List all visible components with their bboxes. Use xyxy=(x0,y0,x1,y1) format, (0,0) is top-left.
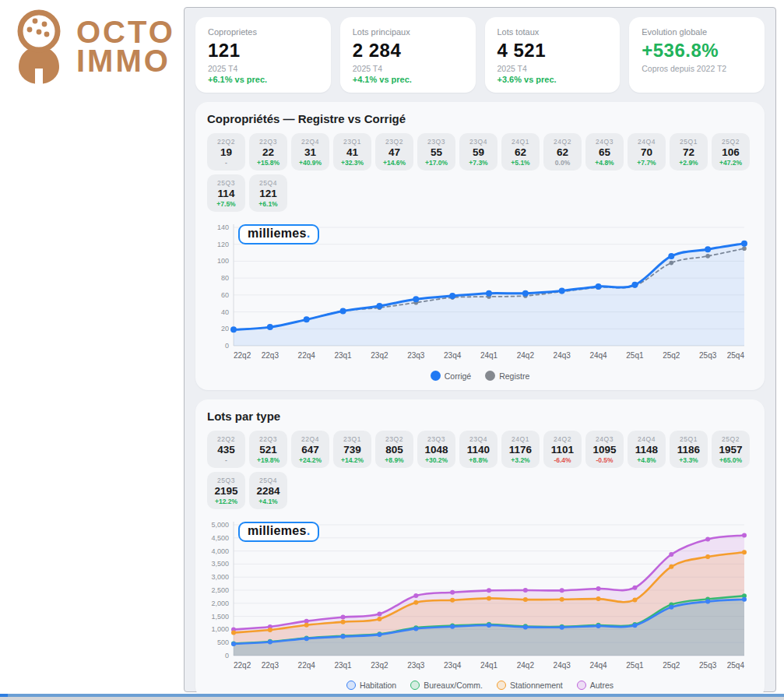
chip-quarter-label: 24Q2 xyxy=(543,435,582,443)
legend-item-corrig-[interactable]: Corrigé xyxy=(431,371,471,381)
scrollbar-thumb[interactable] xyxy=(0,694,8,697)
chip-quarter-label: 25Q2 xyxy=(712,435,750,443)
svg-text:24q4: 24q4 xyxy=(589,351,607,360)
svg-text:1,500: 1,500 xyxy=(211,613,229,621)
svg-text:23q4: 23q4 xyxy=(444,351,462,360)
chip-value: 106 xyxy=(712,146,750,158)
quarter-chip-23q2: 23Q2805+8.9% xyxy=(375,431,413,468)
lots-chart-legend: HabitationBureaux/Comm.StationnementAutr… xyxy=(207,681,753,690)
brand-logo: OCTO IMMO xyxy=(9,8,175,86)
svg-text:500: 500 xyxy=(217,638,229,646)
kpi-delta: +3.6% vs prec. xyxy=(497,75,608,84)
chip-value: 114 xyxy=(207,188,245,199)
legend-item-habitation[interactable]: Habitation xyxy=(346,681,396,690)
svg-text:24q1: 24q1 xyxy=(480,351,498,360)
chip-quarter-label: 22Q4 xyxy=(291,138,329,146)
chip-delta: +7.7% xyxy=(628,159,666,167)
chip-quarter-label: 22Q4 xyxy=(291,435,329,443)
svg-text:3,000: 3,000 xyxy=(211,573,229,581)
chip-delta: +4.1% xyxy=(249,498,287,505)
chip-delta: +14.2% xyxy=(333,456,371,464)
horizontal-scrollbar[interactable] xyxy=(0,694,784,697)
chip-quarter-label: 23Q1 xyxy=(333,435,371,443)
quarter-chip-24q2: 24Q2620.0% xyxy=(543,133,582,171)
svg-text:3,500: 3,500 xyxy=(211,560,229,568)
kpi-period: 2025 T4 xyxy=(353,64,463,73)
svg-text:4,000: 4,000 xyxy=(211,547,229,555)
quarter-chip-22q3: 22Q3521+19.8% xyxy=(249,431,287,468)
chip-value: 47 xyxy=(375,146,413,158)
kpi-label: Coproprietes xyxy=(208,27,318,37)
quarter-chip-25q2: 25Q2106+47.2% xyxy=(712,133,750,171)
legend-label: Autres xyxy=(590,681,613,690)
quarter-chip-23q2: 23Q247+14.6% xyxy=(375,133,413,171)
quarter-chip-23q4: 23Q41140+8.8% xyxy=(459,431,497,468)
chip-delta: +12.2% xyxy=(207,498,245,505)
window-bottom-edge xyxy=(0,697,784,700)
svg-text:25q1: 25q1 xyxy=(626,351,644,360)
svg-text:20: 20 xyxy=(221,325,229,332)
chip-value: 1176 xyxy=(501,444,540,456)
quarter-chip-23q3: 23Q31048+30.2% xyxy=(417,431,455,468)
kpi-card-evolution-globale: Evolution globale +536.8% Copros depuis … xyxy=(629,17,765,93)
panel-coproprietes: Copropriétés — Registre vs Corrigé 22Q21… xyxy=(195,102,765,390)
dashboard-container: Coproprietes 121 2025 T4 +6.1% vs prec. … xyxy=(184,7,776,692)
svg-text:5,000: 5,000 xyxy=(211,521,229,529)
chip-value: 1148 xyxy=(628,444,666,456)
chip-delta: +32.3% xyxy=(333,159,371,167)
chip-value: 19 xyxy=(207,146,245,158)
chip-delta: +14.6% xyxy=(375,159,413,167)
svg-text:25q1: 25q1 xyxy=(626,661,644,670)
chip-delta: - xyxy=(207,159,245,167)
chip-quarter-label: 23Q3 xyxy=(417,435,455,443)
legend-label: Stationnement xyxy=(510,681,563,690)
chip-quarter-label: 24Q4 xyxy=(628,138,666,146)
chip-quarter-label: 25Q3 xyxy=(207,179,245,187)
quarter-chip-24q1: 24Q11176+3.2% xyxy=(501,431,540,468)
quarter-chip-24q4: 24Q41148+4.8% xyxy=(628,431,666,468)
legend-item-autres[interactable]: Autres xyxy=(577,681,613,690)
quarter-chip-25q3: 25Q3114+7.5% xyxy=(207,174,245,212)
quarter-chip-25q3: 25Q32195+12.2% xyxy=(207,472,245,509)
svg-text:40: 40 xyxy=(221,308,229,316)
quarter-chip-25q4: 25Q4121+6.1% xyxy=(249,174,287,212)
svg-text:25q3: 25q3 xyxy=(699,351,717,360)
legend-item-stationnement[interactable]: Stationnement xyxy=(497,681,563,690)
chip-delta: +19.8% xyxy=(249,456,287,464)
svg-text:25q4: 25q4 xyxy=(727,351,745,360)
quarter-chip-23q4: 23Q459+7.3% xyxy=(459,133,497,171)
quarter-chip-23q1: 23Q1739+14.2% xyxy=(333,431,371,468)
svg-text:0: 0 xyxy=(225,652,229,660)
chip-quarter-label: 22Q2 xyxy=(207,435,245,443)
legend-marker xyxy=(431,371,441,381)
chip-quarter-label: 23Q4 xyxy=(459,435,497,443)
kpi-delta: +6.1% vs prec. xyxy=(208,75,318,84)
chip-value: 22 xyxy=(249,146,287,158)
svg-text:25q4: 25q4 xyxy=(727,661,745,670)
chip-value: 62 xyxy=(543,146,582,158)
chip-value: 72 xyxy=(670,146,708,158)
legend-item-registre[interactable]: Registre xyxy=(485,371,529,381)
svg-text:23q3: 23q3 xyxy=(407,351,425,360)
chip-value: 62 xyxy=(501,146,540,158)
svg-text:22q3: 22q3 xyxy=(262,351,279,360)
chip-quarter-label: 25Q4 xyxy=(249,477,287,484)
chip-value: 2195 xyxy=(207,485,245,497)
chip-quarter-label: 23Q3 xyxy=(417,138,455,146)
panel-lots-title: Lots par type xyxy=(207,410,753,423)
svg-text:25q2: 25q2 xyxy=(663,351,680,360)
quarter-chip-22q2: 22Q2435- xyxy=(207,431,245,468)
legend-marker xyxy=(410,681,420,690)
chip-quarter-label: 23Q4 xyxy=(459,138,497,146)
kpi-period: 2025 T4 xyxy=(497,64,608,73)
chip-quarter-label: 22Q2 xyxy=(207,138,245,146)
quarter-chip-24q3: 24Q365+4.8% xyxy=(585,133,624,171)
lots-area-chart: 05001,0001,5002,0002,5003,0003,5004,0004… xyxy=(207,519,754,674)
legend-item-bureaux-comm-[interactable]: Bureaux/Comm. xyxy=(410,681,483,690)
chip-quarter-label: 25Q4 xyxy=(249,179,287,187)
legend-label: Corrigé xyxy=(445,371,471,381)
chip-value: 1048 xyxy=(417,444,455,456)
chip-delta: +3.3% xyxy=(670,456,708,464)
quarter-chip-25q1: 25Q172+2.9% xyxy=(670,133,708,171)
chip-value: 65 xyxy=(585,146,624,158)
